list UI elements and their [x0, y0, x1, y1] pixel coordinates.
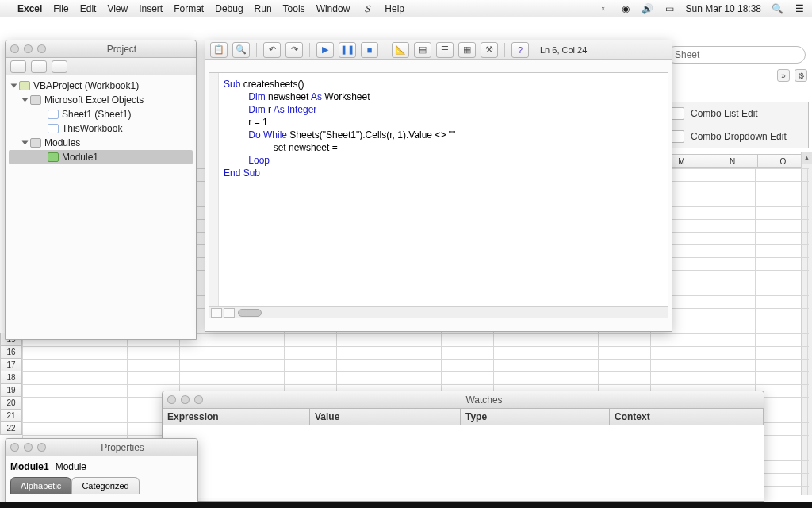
bluetooth-icon[interactable]: ᚼ [597, 3, 610, 14]
combo-dropdown-edit-button[interactable]: Combo Dropdown Edit [664, 125, 808, 148]
sheet-search-field[interactable]: Sheet [666, 46, 806, 64]
stop-button[interactable]: ■ [361, 42, 378, 58]
menu-debug[interactable]: Debug [215, 3, 243, 14]
project-explorer-button[interactable]: ▤ [414, 42, 431, 58]
scroll-up-arrow-icon[interactable]: ▲ [802, 152, 812, 164]
excel-objects-folder[interactable]: Microsoft Excel Objects [9, 93, 193, 107]
watches-title: Watches [209, 394, 759, 406]
close-icon[interactable] [10, 44, 19, 53]
gear-icon[interactable]: ⚙ [795, 69, 807, 82]
zoom-icon[interactable] [194, 395, 203, 404]
disclosure-triangle-icon[interactable] [11, 84, 17, 88]
close-icon[interactable] [167, 395, 176, 404]
code-editor[interactable]: Sub createsheets() Dim newsheet As Works… [209, 72, 668, 318]
menu-window[interactable]: Window [316, 3, 350, 14]
pause-button[interactable]: ❚❚ [339, 42, 356, 58]
project-explorer-window: Project VBAProject (Workbook1) Microsoft… [5, 40, 197, 340]
volume-icon[interactable]: 🔊 [642, 3, 654, 14]
code-window: 📋 🔍 ↶ ↷ ▶ ❚❚ ■ 📐 ▤ ☰ ▦ ⚒ ? Ln 6, Col 24 … [205, 40, 672, 332]
find-button[interactable]: 🔍 [232, 42, 250, 58]
wifi-icon[interactable]: ◉ [619, 3, 632, 14]
procedure-view-icon[interactable] [211, 308, 222, 318]
object-browser-button[interactable]: ▦ [458, 42, 476, 58]
vbaproject-node[interactable]: VBAProject (Workbook1) [9, 79, 193, 93]
menu-file[interactable]: File [53, 3, 68, 14]
workbook-icon [48, 124, 59, 133]
folder-icon [30, 95, 41, 105]
row-headers: 15 16 17 18 19 20 21 22 [0, 333, 22, 435]
paste-button[interactable]: 📋 [210, 42, 228, 58]
notification-center-icon[interactable]: ☰ [793, 3, 806, 14]
menu-view[interactable]: View [107, 3, 128, 14]
properties-title: Properties [52, 442, 193, 453]
row-header[interactable]: 19 [0, 384, 22, 397]
zoom-icon[interactable] [37, 44, 46, 53]
menu-help[interactable]: Help [385, 3, 404, 14]
project-tree: VBAProject (Workbook1) Microsoft Excel O… [6, 75, 196, 167]
collapse-chevrons-icon[interactable]: » [777, 69, 790, 82]
minimize-icon[interactable] [24, 443, 33, 452]
minimize-icon[interactable] [181, 395, 190, 404]
design-mode-button[interactable]: 📐 [392, 42, 409, 58]
row-header[interactable]: 18 [0, 371, 22, 384]
worksheet-icon [48, 110, 59, 119]
app-name[interactable]: Excel [17, 3, 42, 14]
project-titlebar[interactable]: Project [6, 40, 196, 58]
thisworkbook-label: ThisWorkbook [62, 121, 122, 136]
disclosure-triangle-icon[interactable] [22, 98, 29, 102]
modules-folder[interactable]: Modules [9, 136, 193, 150]
full-module-view-icon[interactable] [224, 308, 235, 318]
row-header[interactable]: 16 [0, 346, 22, 359]
menu-tools[interactable]: Tools [283, 3, 305, 14]
battery-icon[interactable]: ▭ [664, 3, 676, 14]
module-icon [48, 152, 59, 162]
row-header[interactable]: 17 [0, 359, 22, 371]
macos-menubar: Excel File Edit View Insert Format Debug… [0, 0, 812, 17]
watch-col-expression[interactable]: Expression [163, 409, 310, 425]
menu-edit[interactable]: Edit [80, 3, 97, 14]
properties-titlebar[interactable]: Properties [6, 439, 197, 456]
row-header[interactable]: 20 [0, 397, 22, 410]
sheet1-node[interactable]: Sheet1 (Sheet1) [9, 107, 193, 121]
module1-node[interactable]: Module1 [9, 150, 193, 164]
script-menu-icon[interactable]: 𝓢 [361, 3, 373, 14]
tab-alphabetic[interactable]: Alphabetic [10, 477, 71, 494]
spotlight-icon[interactable]: 🔍 [771, 3, 783, 14]
undo-button[interactable]: ↶ [263, 42, 281, 58]
watch-col-type[interactable]: Type [461, 409, 610, 425]
view-object-button[interactable] [31, 60, 47, 73]
row-header[interactable]: 22 [0, 422, 22, 435]
help-button[interactable]: ? [511, 42, 529, 58]
properties-object-row: Module1 Module [10, 461, 193, 472]
close-icon[interactable] [10, 443, 19, 452]
toolbox-button[interactable]: ⚒ [481, 42, 498, 58]
zoom-icon[interactable] [37, 443, 46, 452]
hscroll-thumb[interactable] [238, 309, 262, 317]
menu-run[interactable]: Run [255, 3, 272, 14]
menubar-clock[interactable]: Sun Mar 10 18:38 [686, 3, 761, 14]
properties-window: Properties Module1 Module Alphabetic Cat… [5, 438, 198, 508]
redo-button[interactable]: ↷ [285, 42, 303, 58]
combo-list-label: Combo List Edit [691, 108, 758, 119]
tab-categorized[interactable]: Categorized [71, 477, 139, 494]
watches-window: Watches Expression Value Type Context [162, 391, 764, 502]
disclosure-triangle-icon[interactable] [22, 141, 29, 145]
row-header[interactable]: 21 [0, 410, 22, 422]
code-text[interactable]: Sub createsheets() Dim newsheet As Works… [224, 78, 663, 179]
watches-titlebar[interactable]: Watches [163, 391, 764, 409]
toggle-folders-button[interactable] [52, 60, 67, 73]
menu-insert[interactable]: Insert [139, 3, 163, 14]
code-gutter [209, 73, 219, 318]
watches-body[interactable] [163, 425, 764, 498]
properties-button[interactable]: ☰ [436, 42, 454, 58]
col-header[interactable]: N [707, 154, 758, 168]
view-code-button[interactable] [10, 60, 26, 73]
run-button[interactable]: ▶ [316, 42, 334, 58]
combo-list-edit-button[interactable]: Combo List Edit [664, 102, 808, 125]
menu-format[interactable]: Format [174, 3, 204, 14]
minimize-icon[interactable] [24, 44, 33, 53]
thisworkbook-node[interactable]: ThisWorkbook [9, 121, 193, 136]
watch-col-context[interactable]: Context [610, 409, 764, 425]
sheet-search-text: Sheet [675, 49, 699, 60]
watch-col-value[interactable]: Value [310, 409, 461, 425]
